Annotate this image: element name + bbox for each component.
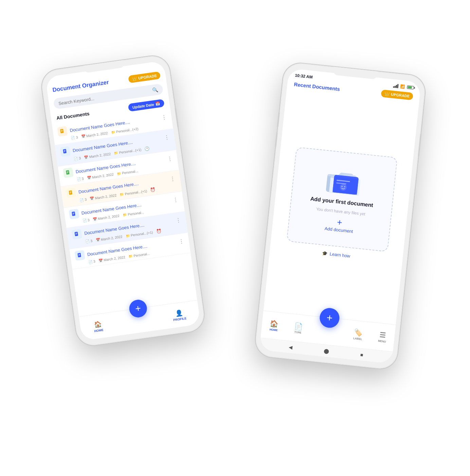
doc-icon-3 bbox=[63, 167, 74, 178]
upgrade-button[interactable]: 👑 UPGRADE bbox=[128, 71, 161, 83]
folder-illustration bbox=[324, 164, 364, 197]
signal-icon bbox=[393, 84, 398, 88]
nav-profile[interactable]: 👤 PROFILE bbox=[172, 308, 186, 322]
right-upgrade-button[interactable]: 👑 UPGRADE bbox=[381, 90, 413, 100]
doc-more-4[interactable]: ⋮ bbox=[169, 175, 176, 182]
doc-more-7[interactable]: ⋮ bbox=[178, 238, 184, 245]
empty-card: Add your first document You don't have a… bbox=[287, 147, 398, 252]
android-back-btn[interactable]: ◀ bbox=[289, 344, 293, 350]
doc-icon-7 bbox=[74, 250, 85, 261]
search-icon: 🔍 bbox=[152, 87, 158, 93]
add-document-button[interactable]: + Add document bbox=[324, 216, 354, 234]
home-icon: 🏠 bbox=[94, 320, 102, 329]
doc-more-6[interactable]: ⋮ bbox=[175, 216, 181, 223]
nav-home[interactable]: 🏠 HOME bbox=[93, 320, 104, 333]
recent-docs-title: Recent Documents bbox=[294, 81, 340, 92]
doc-icon-1 bbox=[57, 126, 68, 137]
right-nav-type[interactable]: 📄 TYPE bbox=[293, 322, 303, 334]
right-phone: 10:32 AM 📶 bbox=[254, 61, 427, 370]
calendar-icon: 📅 bbox=[155, 101, 160, 106]
doc-icon-2 bbox=[60, 146, 71, 157]
doc-more-3[interactable]: ⋮ bbox=[167, 155, 173, 162]
empty-title: Add your first document bbox=[310, 196, 374, 208]
android-recent-btn[interactable]: ■ bbox=[360, 352, 363, 358]
empty-state: Add your first document You don't have a… bbox=[264, 90, 419, 324]
right-home-icon: 🏠 bbox=[270, 319, 279, 328]
app-title: Document Organizer bbox=[52, 79, 109, 94]
doc-more-5[interactable]: ⋮ bbox=[173, 196, 179, 203]
right-label-icon: 🏷️ bbox=[354, 328, 363, 337]
doc-icon-5 bbox=[69, 209, 79, 220]
plus-icon: + bbox=[337, 218, 343, 227]
empty-subtitle: You don't have any files yet bbox=[316, 206, 365, 216]
doc-more-1[interactable]: ⋮ bbox=[161, 113, 167, 121]
wifi-icon: 📶 bbox=[400, 84, 405, 89]
doc-icon-4 bbox=[66, 187, 77, 198]
right-nav-home[interactable]: 🏠 HOME bbox=[269, 319, 279, 332]
doc-icon-6 bbox=[72, 229, 83, 240]
learn-icon: 🎓 bbox=[322, 251, 328, 256]
profile-icon: 👤 bbox=[175, 309, 183, 317]
right-nav-label[interactable]: 🏷️ LABEL bbox=[353, 328, 363, 341]
right-crown-icon: 👑 bbox=[384, 91, 390, 96]
doc-more-2[interactable]: ⋮ bbox=[164, 134, 170, 141]
android-home-btn[interactable]: ⬤ bbox=[324, 348, 330, 354]
svg-rect-0 bbox=[60, 129, 64, 133]
right-nav-menu[interactable]: ☰ MENU bbox=[378, 331, 387, 343]
battery-icon bbox=[407, 86, 414, 90]
svg-rect-8 bbox=[66, 170, 70, 175]
status-time: 10:32 AM bbox=[295, 73, 313, 79]
crown-icon: 👑 bbox=[131, 76, 137, 81]
svg-rect-16 bbox=[72, 212, 75, 216]
right-menu-icon: ☰ bbox=[379, 331, 386, 340]
left-phone: Document Organizer 👑 UPGRADE 🔍 All Docum… bbox=[40, 54, 206, 348]
right-type-icon: 📄 bbox=[294, 322, 303, 331]
document-list: Document Name Goes Here.... ⋮ 📄 3 📅 Marc… bbox=[52, 107, 197, 316]
